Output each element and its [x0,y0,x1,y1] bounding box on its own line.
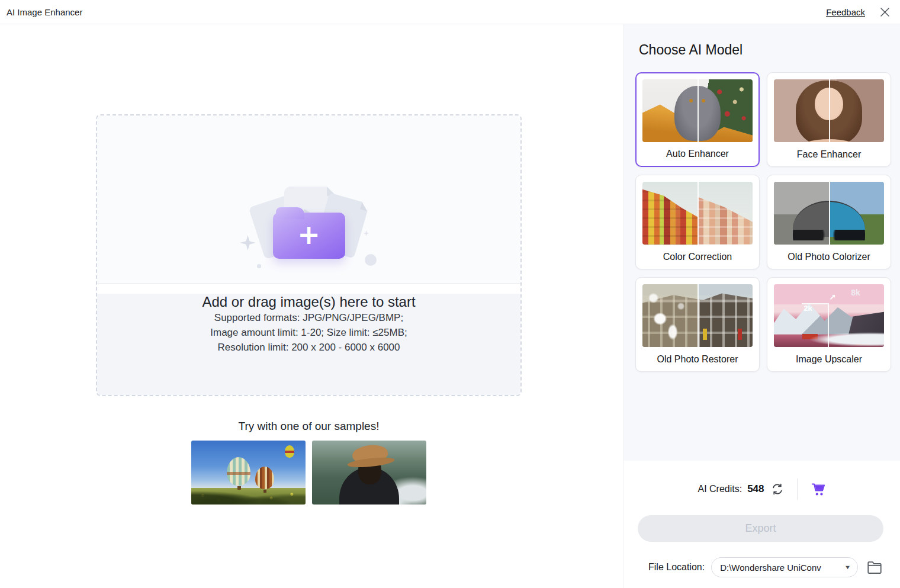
file-location-label: File Location: [648,562,705,573]
title-bar-actions: Feedback [826,7,891,18]
art-layer [774,328,884,347]
dropzone-title: Add or drag image(s) here to start [97,294,520,310]
dropzone-illustration-area: + [97,115,520,284]
art-layer [351,443,388,464]
resolution-badge-8k: 8k [851,288,860,297]
model-card-auto-enhancer[interactable]: Auto Enhancer [635,72,760,167]
samples-title: Try with one of our samples! [96,420,522,433]
upload-illustration: + [240,185,378,269]
plus-icon: + [297,221,320,248]
feedback-link[interactable]: Feedback [826,7,865,17]
export-panel: AI Credits: 548 Export [623,461,900,588]
vertical-divider [797,478,798,500]
art-layer [642,284,698,347]
model-label: Face Enhancer [767,149,891,160]
file-location-value: D:\Wondershare UniConv [720,563,841,573]
main-area: + Add or drag image(s) here to start Sup… [0,24,623,588]
cart-icon[interactable] [811,481,827,497]
art-layer [698,182,753,245]
title-bar: AI Image Enhancer Feedback [0,0,900,24]
art-layer [642,182,698,245]
model-preview-image: 2k ↗ 8k [774,284,884,347]
sparkle-icon [364,230,369,236]
model-label: Image Upscaler [767,354,891,365]
before-after-split-line [829,79,830,142]
caret-down-icon: ▼ [844,564,851,570]
sample-image-balloons[interactable] [191,441,306,505]
file-location-dropdown[interactable]: D:\Wondershare UniConv ▼ [711,557,858,577]
model-preview-image [642,79,753,142]
export-button[interactable]: Export [638,515,883,542]
resolution-badge-2k: 2k [803,304,812,313]
credits-row: AI Credits: 548 [624,478,900,500]
dropzone-limits: Image amount limit: 1-20; Size limit: ≤2… [97,325,520,340]
model-card-color-correction[interactable]: Color Correction [635,175,760,269]
model-panel: Choose AI Model Auto Enhancer Face Enhan… [623,24,900,461]
model-preview-image [642,182,753,245]
image-dropzone[interactable]: + Add or drag image(s) here to start Sup… [96,114,522,396]
add-folder-icon: + [273,213,345,259]
refresh-icon[interactable] [771,483,784,496]
panel-title: Choose AI Model [639,42,742,58]
credits-label: AI Credits: [698,484,742,494]
upscale-arrow-icon: ↗ [829,293,836,302]
art-layer [339,467,398,505]
dropzone-resolution: Resolution limit: 200 x 200 - 6000 x 600… [97,340,520,355]
file-location-row: File Location: D:\Wondershare UniConv ▼ [624,557,900,577]
dot-decor [365,254,377,266]
close-icon[interactable] [879,7,891,18]
dropzone-formats: Supported formats: JPG/PNG/JPEG/BMP; [97,310,520,325]
model-label: Old Photo Colorizer [767,252,891,262]
sparkle-icon [240,235,256,250]
model-card-old-photo-colorizer[interactable]: Old Photo Colorizer [767,175,891,269]
model-card-image-upscaler[interactable]: 2k ↗ 8k Image Upscaler [767,277,891,372]
model-label: Auto Enhancer [637,149,758,159]
model-preview-image [642,284,753,347]
model-label: Old Photo Restorer [636,354,759,365]
dot-decor [257,264,261,268]
model-preview-image [774,182,884,245]
before-after-split-line [698,284,699,347]
model-card-old-photo-restorer[interactable]: Old Photo Restorer [635,277,760,372]
model-label: Color Correction [636,252,759,262]
model-grid: Auto Enhancer Face Enhancer Color Correc… [635,72,891,372]
ai-image-enhancer-window: AI Image Enhancer Feedback + [0,0,900,588]
app-title: AI Image Enhancer [7,7,82,17]
credits-value: 548 [747,483,764,495]
art-layer [255,467,274,489]
open-folder-icon[interactable] [866,560,883,575]
sample-image-woman-hat[interactable] [312,441,426,505]
model-card-face-enhancer[interactable]: Face Enhancer [767,72,891,167]
dropzone-text-area: Add or drag image(s) here to start Suppo… [97,294,520,396]
before-after-split-line [829,182,830,245]
model-preview-image [774,79,884,142]
before-after-split-line [698,79,699,142]
art-layer [227,457,250,486]
before-after-split-line [698,182,699,245]
